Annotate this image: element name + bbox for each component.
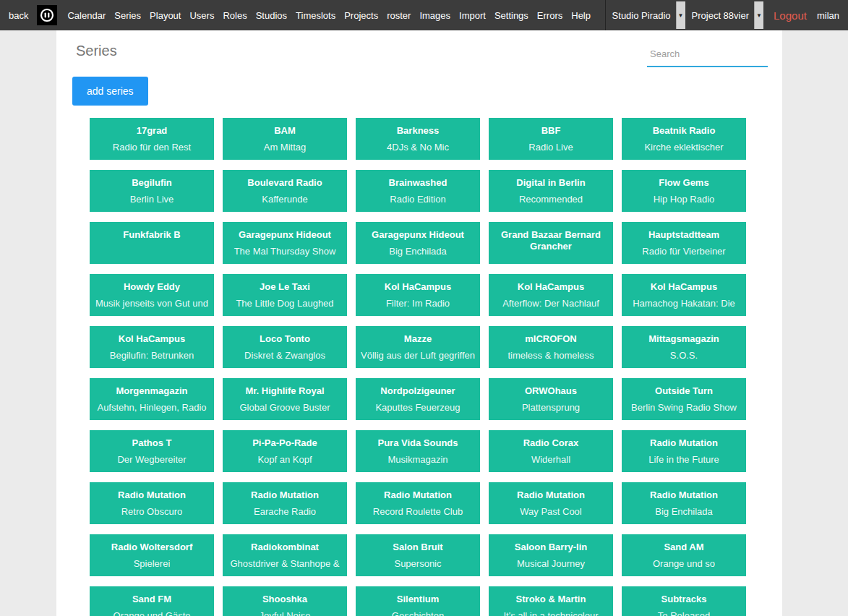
nav-item[interactable]: Timeslots <box>291 10 340 21</box>
search-input[interactable] <box>647 43 768 67</box>
series-card[interactable]: Pura Vida Sounds Musikmagazin <box>356 430 480 472</box>
series-card[interactable]: Beatnik Radio Kirche eklektischer <box>622 118 746 160</box>
series-card-title: Radio Mutation <box>360 489 476 501</box>
series-card-subtitle: Record Roulette Club <box>360 506 476 517</box>
series-card[interactable]: Nordpolzigeuner Kaputtes Feuerzeug <box>356 378 480 420</box>
series-card[interactable]: Pi-Pa-Po-Rade Kopf an Kopf <box>223 430 347 472</box>
series-card[interactable]: Garagepunx Hideout The Mal Thursday Show <box>223 222 347 264</box>
series-card[interactable]: Radio Mutation Record Roulette Club <box>356 482 480 524</box>
series-card[interactable]: BBF Radio Live <box>489 118 613 160</box>
series-card-title: Garagepunx Hideout <box>360 229 476 241</box>
series-card-subtitle: 4DJs & No Mic <box>360 142 476 153</box>
series-card[interactable]: Saloon Barry-lin Musical Journey <box>489 534 613 576</box>
nav-item[interactable]: Settings <box>490 10 533 21</box>
nav-item[interactable]: Roles <box>218 10 251 21</box>
series-card[interactable]: Shooshka Joyful Noise <box>223 586 347 616</box>
series-card[interactable]: Radiokombinat Ghostdriver & Stanhope & <box>223 534 347 576</box>
nav-item[interactable]: Errors <box>533 10 567 21</box>
series-card-subtitle: Radio Live <box>493 142 609 153</box>
series-card-title: Outside Turn <box>626 385 742 397</box>
series-card[interactable]: Begilufin Berlin Live <box>90 170 214 212</box>
series-card[interactable]: Morgenmagazin Aufstehn, Hinlegen, Radio <box>90 378 214 420</box>
series-card[interactable]: Radio Mutation Big Enchilada <box>622 482 746 524</box>
series-card-subtitle: Am Mittag <box>227 142 343 153</box>
series-card-title: Radio Mutation <box>94 489 210 501</box>
series-card[interactable]: Boulevard Radio Kafferunde <box>223 170 347 212</box>
series-card[interactable]: Mr. Highlife Royal Global Groove Buster <box>223 378 347 420</box>
series-card-title: Barkness <box>360 125 476 137</box>
series-card-subtitle: Radio für Vierbeiner <box>626 246 742 257</box>
nav-item[interactable]: Import <box>455 10 490 21</box>
project-select[interactable]: Project 88vier ▼ <box>685 0 763 30</box>
piradio-logo-glyph <box>39 7 55 23</box>
series-card-title: Kol HaCampus <box>493 281 609 293</box>
logout-link[interactable]: Logout <box>763 9 813 22</box>
series-card[interactable]: Kol HaCampus Begilufin: Betrunken <box>90 326 214 368</box>
series-card[interactable]: Digital in Berlin Recommended <box>489 170 613 212</box>
studio-select[interactable]: Studio Piradio ▼ <box>606 0 685 30</box>
series-card[interactable]: Radio Corax Widerhall <box>489 430 613 472</box>
series-card-title: Radio Woltersdorf <box>94 542 210 553</box>
series-card[interactable]: Hauptstadtteam Radio für Vierbeiner <box>622 222 746 264</box>
series-card[interactable]: Radio Mutation Life in the Future <box>622 430 746 472</box>
series-card[interactable]: Mittagsmagazin S.O.S. <box>622 326 746 368</box>
piradio-logo-icon[interactable] <box>37 5 57 25</box>
series-card[interactable]: Pathos T Der Wegbereiter <box>90 430 214 472</box>
series-card-subtitle: Joyful Noise <box>227 610 343 616</box>
series-card[interactable]: Silentium Geschichten <box>356 586 480 616</box>
series-card[interactable]: Sand FM Orange und Gäste <box>90 586 214 616</box>
series-card-subtitle: Aufstehn, Hinlegen, Radio <box>94 402 210 413</box>
series-card-title: Funkfabrik B <box>94 229 210 241</box>
series-card-title: Pathos T <box>94 437 210 449</box>
series-card-title: Grand Bazaar Bernard Grancher <box>493 229 609 252</box>
series-card[interactable]: Subtracks To Released <box>622 586 746 616</box>
series-card[interactable]: Howdy Eddy Musik jenseits von Gut und <box>90 274 214 316</box>
series-card[interactable]: BAM Am Mittag <box>223 118 347 160</box>
add-series-button[interactable]: add series <box>72 77 148 106</box>
series-card[interactable]: Stroko & Martin It's all in a technicolo… <box>489 586 613 616</box>
series-card[interactable]: ORWOhaus Plattensprung <box>489 378 613 420</box>
series-card-title: Joe Le Taxi <box>227 281 343 293</box>
series-card[interactable]: Radio Mutation Earache Radio <box>223 482 347 524</box>
series-card[interactable]: Loco Tonto Diskret & Zwanglos <box>223 326 347 368</box>
series-card[interactable]: 17grad Radio für den Rest <box>90 118 214 160</box>
series-card[interactable]: Sand AM Orange und so <box>622 534 746 576</box>
series-card[interactable]: Radio Woltersdorf Spielerei <box>90 534 214 576</box>
series-card[interactable]: Mazze Völlig aus der Luft gegriffen <box>356 326 480 368</box>
series-card[interactable]: Grand Bazaar Bernard Grancher <box>489 222 613 264</box>
series-card[interactable]: Kol HaCampus Afterflow: Der Nachlauf <box>489 274 613 316</box>
series-card-title: Pura Vida Sounds <box>360 437 476 449</box>
series-card[interactable]: mICROFON timeless & homeless <box>489 326 613 368</box>
series-card[interactable]: Salon Bruit Supersonic <box>356 534 480 576</box>
nav-item[interactable]: Series <box>110 10 145 21</box>
nav-item[interactable]: Calendar <box>63 10 110 21</box>
series-card[interactable]: Radio Mutation Way Past Cool <box>489 482 613 524</box>
nav-item[interactable]: Users <box>185 10 218 21</box>
series-card[interactable]: Barkness 4DJs & No Mic <box>356 118 480 160</box>
series-card[interactable]: Outside Turn Berlin Swing Radio Show <box>622 378 746 420</box>
back-link[interactable]: back <box>0 10 33 21</box>
series-card[interactable]: Garagepunx Hideout Big Enchilada <box>356 222 480 264</box>
series-card-subtitle: Supersonic <box>360 558 476 569</box>
series-card[interactable]: Kol HaCampus Hamachog Hakatan: Die <box>622 274 746 316</box>
series-card-subtitle: Kopf an Kopf <box>227 454 343 465</box>
series-card[interactable]: Kol HaCampus Filter: Im Radio <box>356 274 480 316</box>
nav-item[interactable]: Playout <box>145 10 185 21</box>
nav-item[interactable]: Images <box>415 10 455 21</box>
series-card-subtitle: Musik jenseits von Gut und <box>94 298 210 309</box>
series-card-subtitle: Afterflow: Der Nachlauf <box>493 298 609 309</box>
series-card[interactable]: Brainwashed Radio Edition <box>356 170 480 212</box>
series-card[interactable]: Joe Le Taxi The Little Dog Laughed <box>223 274 347 316</box>
series-card-title: Radio Mutation <box>626 489 742 501</box>
nav-item[interactable]: Help <box>567 10 595 21</box>
series-card[interactable]: Flow Gems Hip Hop Radio <box>622 170 746 212</box>
series-card-subtitle: Kaputtes Feuerzeug <box>360 402 476 413</box>
series-card-subtitle: Orange und Gäste <box>94 610 210 616</box>
series-card[interactable]: Radio Mutation Retro Obscuro <box>90 482 214 524</box>
series-card-title: Flow Gems <box>626 177 742 189</box>
series-card-title: Brainwashed <box>360 177 476 189</box>
nav-item[interactable]: Projects <box>340 10 382 21</box>
series-card[interactable]: Funkfabrik B <box>90 222 214 264</box>
nav-item[interactable]: Studios <box>252 10 291 21</box>
nav-item[interactable]: roster <box>382 10 415 21</box>
